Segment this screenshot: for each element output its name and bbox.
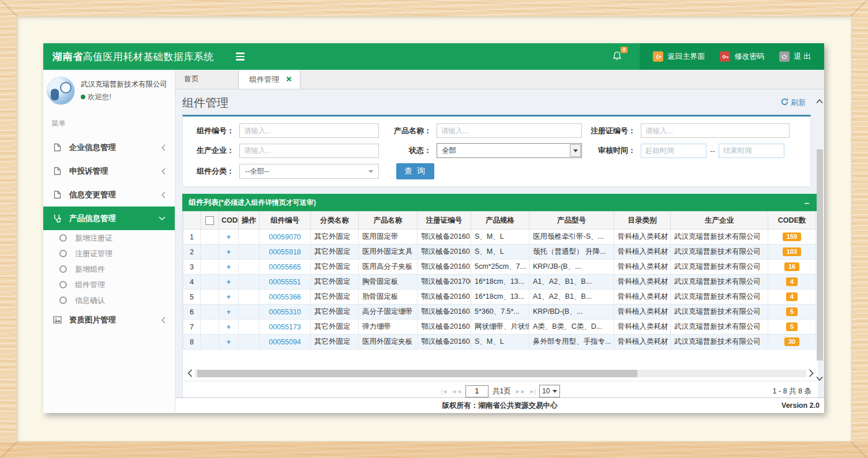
- reg-no-label: 注册证编号：: [582, 126, 641, 136]
- operation-cell: [239, 275, 260, 290]
- company-cell: 武汉克瑞普新技术有限公司: [671, 305, 768, 320]
- component-no-link[interactable]: 00055173: [269, 323, 301, 331]
- sidebar-item-label: 企业信息管理: [69, 142, 116, 153]
- sidebar-item-申投诉管理[interactable]: 申投诉管理: [43, 159, 175, 183]
- return-home-button[interactable]: 返回主界面: [645, 43, 712, 70]
- welcome-text: 欢迎您!: [88, 91, 111, 103]
- audit-end-input[interactable]: [719, 144, 784, 158]
- model-cell: A1、A2、B1、B...: [529, 290, 614, 305]
- column-header: 分类名称: [311, 212, 359, 230]
- expand-plus-icon[interactable]: +: [227, 308, 231, 316]
- scroll-left-icon[interactable]: [185, 369, 195, 377]
- manufacturer-input[interactable]: [239, 144, 379, 158]
- component-no-link[interactable]: 00059070: [269, 233, 301, 241]
- hscroll-thumb[interactable]: [197, 370, 637, 377]
- status-select[interactable]: 全部: [437, 143, 582, 158]
- first-page-button[interactable]: |◄: [441, 388, 448, 395]
- submenu-item-注册证管理[interactable]: 注册证管理: [43, 246, 175, 261]
- code-count-cell: 16: [768, 260, 816, 275]
- row-checkbox-cell: [201, 335, 219, 350]
- sidebar-item-企业信息管理[interactable]: 企业信息管理: [43, 136, 175, 159]
- change-password-button[interactable]: 修改密码: [712, 43, 772, 70]
- key-icon: [720, 51, 730, 62]
- total-pages-label: 共1页: [493, 386, 511, 396]
- sidebar-menu: 企业信息管理申投诉管理信息变更管理产品信息管理新增注册证注册证管理新增组件组件管…: [43, 136, 175, 332]
- product-name-cell: 医用外固定夹板: [359, 335, 418, 350]
- column-header: 产品名称: [359, 212, 418, 230]
- expand-plus-icon[interactable]: +: [227, 293, 231, 301]
- row-number: 2: [183, 245, 201, 260]
- reg-no-input[interactable]: [641, 123, 790, 138]
- sidebar-item-信息变更管理[interactable]: 信息变更管理: [43, 183, 175, 207]
- prev-page-button[interactable]: ◄◄: [451, 388, 461, 395]
- expand-plus-icon[interactable]: +: [227, 233, 231, 241]
- row-number: 4: [183, 275, 201, 290]
- product-name-input[interactable]: [437, 123, 582, 138]
- scroll-up-icon[interactable]: [816, 97, 823, 106]
- column-header: [183, 212, 201, 230]
- vscroll-thumb[interactable]: [817, 149, 823, 361]
- component-no-link[interactable]: 00055310: [269, 308, 301, 316]
- chevron-down-icon: [553, 390, 557, 393]
- hamburger-icon[interactable]: [236, 52, 245, 61]
- notifications-button[interactable]: 0: [612, 51, 622, 63]
- component-no-cell: 00059070: [260, 230, 311, 245]
- operation-cell: [239, 320, 260, 335]
- component-no-link[interactable]: 00055094: [269, 338, 301, 346]
- version-label: Version 2.0: [781, 401, 824, 410]
- spec-cell: 16*18cm、13...: [471, 290, 529, 305]
- submenu-item-新增注册证[interactable]: 新增注册证: [43, 230, 175, 246]
- range-separator: --: [710, 147, 715, 155]
- submenu-item-信息确认[interactable]: 信息确认: [43, 292, 175, 308]
- table-row: 3+00055665其它外固定医用高分子夹板鄂汉械备201601235cm*25…: [183, 260, 816, 275]
- category-dropdown[interactable]: --全部--: [239, 164, 379, 179]
- code-expand-cell: +: [219, 305, 239, 320]
- component-table: CODE操作组件编号分类名称产品名称注册证编号产品规格产品型号目录类别生产企业C…: [183, 211, 816, 350]
- avatar: [47, 77, 75, 105]
- horizontal-scrollbar: [185, 369, 816, 377]
- chevron-left-icon: [161, 192, 166, 198]
- expand-plus-icon[interactable]: +: [227, 338, 231, 346]
- component-no-link[interactable]: 00055918: [269, 248, 301, 256]
- refresh-button[interactable]: 刷新: [781, 97, 806, 108]
- close-icon[interactable]: [286, 70, 292, 89]
- category-cell: 其它外固定: [311, 230, 359, 245]
- sidebar-item-产品信息管理[interactable]: 产品信息管理: [43, 207, 175, 230]
- expand-plus-icon[interactable]: +: [227, 248, 231, 256]
- model-cell: KRP/JB-(B、...: [529, 260, 614, 275]
- page-number-input[interactable]: [465, 385, 489, 397]
- column-header: 组件编号: [260, 212, 311, 230]
- component-no-link[interactable]: 00055366: [269, 293, 301, 301]
- page-size-select[interactable]: 10: [539, 385, 560, 397]
- audit-start-input[interactable]: [641, 144, 707, 158]
- product-name-cell: 医用固定带: [359, 230, 418, 245]
- row-number: 3: [183, 260, 201, 275]
- expand-plus-icon[interactable]: +: [227, 323, 231, 331]
- component-no-link[interactable]: 00055551: [269, 278, 301, 286]
- model-cell: A1、A2、B1、B...: [529, 275, 614, 290]
- query-button[interactable]: 查 询: [396, 163, 434, 179]
- scroll-right-icon[interactable]: [806, 369, 816, 377]
- checkbox[interactable]: [205, 216, 214, 225]
- expand-plus-icon[interactable]: +: [227, 278, 231, 286]
- circle-icon: [59, 296, 67, 304]
- next-page-button[interactable]: ►►: [515, 388, 525, 395]
- table-row: 1+00059070其它外固定医用固定带鄂汉械备20160147S、M、L医用颈…: [183, 230, 816, 245]
- expand-plus-icon[interactable]: +: [227, 263, 231, 271]
- logout-button[interactable]: 退 出: [772, 43, 818, 70]
- sidebar: 武汉克瑞普新技术有限公司 欢迎您! 菜单 企业信息管理申投诉管理信息变更管理产品…: [43, 70, 175, 413]
- product-name-cell: 肋骨固定板: [359, 290, 418, 305]
- tab-首页[interactable]: 首页: [175, 70, 238, 89]
- sidebar-item-资质图片管理[interactable]: 资质图片管理: [43, 308, 175, 332]
- tab-组件管理[interactable]: 组件管理: [238, 70, 300, 89]
- scroll-down-icon[interactable]: [816, 374, 823, 383]
- submenu-item-组件管理[interactable]: 组件管理: [43, 277, 175, 292]
- category-cell: 其它外固定: [311, 290, 359, 305]
- row-number: 5: [183, 290, 201, 305]
- collapse-button[interactable]: –: [801, 198, 813, 208]
- product-name-cell: 胸骨固定板: [359, 275, 418, 290]
- last-page-button[interactable]: ►|: [529, 388, 536, 395]
- component-no-link[interactable]: 00055665: [269, 263, 301, 271]
- submenu-item-新增组件[interactable]: 新增组件: [43, 261, 175, 277]
- component-no-input[interactable]: [239, 123, 379, 138]
